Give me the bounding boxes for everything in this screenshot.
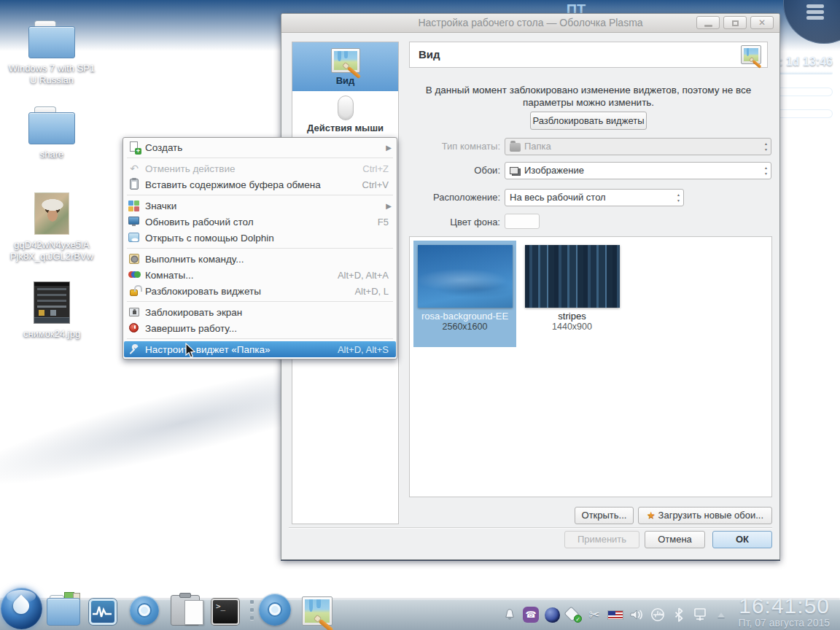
- close-button[interactable]: ✕: [750, 16, 774, 29]
- desktop-context-menu: + Создать▶ ↶ Отменить действиеCtrl+Z Вст…: [122, 137, 397, 359]
- spinner-arrows-icon: ▲▼: [764, 141, 768, 152]
- wallpaper-resolution: 2560x1600: [413, 322, 516, 332]
- chromium-task-icon[interactable]: [259, 594, 291, 626]
- usb-device-icon[interactable]: [650, 607, 666, 623]
- file-manager-launcher-icon[interactable]: [47, 598, 80, 626]
- wallpaper-list: rosa-background-EE 2560x1600 stripes 144…: [409, 236, 772, 497]
- desktop-background[interactable]: ПТ ne: 1d 13:46 Windows 7 with SP1 U Rus…: [0, 0, 840, 630]
- submenu-arrow-icon: ▶: [386, 144, 392, 152]
- clock-time: 16:41:50: [739, 596, 830, 616]
- get-new-wallpapers-button[interactable]: ★Загрузить новые обои...: [638, 507, 772, 524]
- open-button[interactable]: Открыть...: [575, 507, 634, 524]
- sidebar-item-view[interactable]: Вид: [292, 42, 398, 91]
- undo-icon: ↶: [128, 163, 140, 174]
- taskbar-panel: >_ ☎ ✓ ✂: [0, 599, 840, 630]
- wallpaper-type-combobox[interactable]: Изображение ▲▼: [505, 162, 771, 179]
- klipper-scissors-icon[interactable]: ✂: [586, 607, 602, 623]
- tray-expand-arrow-icon[interactable]: [713, 607, 729, 623]
- bg-color-swatch-button[interactable]: [505, 214, 540, 229]
- desktop-icon-label: share: [6, 149, 98, 160]
- unlock-icon: [128, 285, 140, 297]
- wallpaper-preview-rosa: [418, 245, 513, 308]
- menu-item-unlock-widgets[interactable]: Разблокировать виджетыAlt+D, L: [124, 283, 396, 299]
- submenu-arrow-icon: ▶: [386, 202, 392, 210]
- unlock-widgets-button[interactable]: Разблокировать виджеты: [530, 112, 647, 130]
- menu-item-configure-folder-widget[interactable]: Настроить виджет «Папка»Alt+D, Alt+S: [124, 341, 396, 357]
- sidebar-item-mouse-actions[interactable]: Действия мыши: [292, 91, 398, 139]
- menu-item-open-with-dolphin[interactable]: Открыть с помощью Dolphin: [124, 230, 396, 246]
- desktop-icon-label: Windows 7 with SP1 U Russian: [6, 63, 98, 86]
- menu-separator: [124, 155, 396, 160]
- wallpaper-type-label: Обои:: [405, 165, 500, 176]
- menu-item-refresh-desktop[interactable]: Обновить рабочий столF5: [124, 214, 396, 230]
- positioning-combobox[interactable]: На весь рабочий стол ▲▼: [505, 189, 684, 206]
- widgets-locked-notice: В данный момент заблокировано изменение …: [409, 84, 768, 109]
- room-type-label: Тип комнаты:: [405, 141, 500, 152]
- display-network-icon[interactable]: [692, 607, 708, 623]
- rosa-launcher-icon[interactable]: [1, 588, 42, 629]
- wallpaper-name: rosa-background-EE: [413, 311, 516, 322]
- viber-icon[interactable]: ☎: [523, 607, 539, 623]
- menu-separator: [124, 192, 396, 198]
- notifications-bell-icon[interactable]: [502, 607, 518, 623]
- chromium-launcher-icon[interactable]: [130, 596, 159, 625]
- apply-button: Применить: [564, 531, 639, 548]
- sidebar-item-label: Вид: [294, 75, 397, 86]
- icons-grid-icon: [128, 200, 140, 211]
- menu-separator: [124, 336, 396, 341]
- prompt-glyph: >_: [216, 602, 225, 611]
- button-row-separator: [289, 527, 772, 528]
- menu-item-leave[interactable]: Завершить работу...: [124, 320, 396, 336]
- menu-item-paste[interactable]: Вставить содержимое буфера обменаCtrl+V: [124, 176, 396, 192]
- desktop-icon-photo[interactable]: gqD42wN4yxe5lA Pjk8X_qtJGL2rBVw: [6, 192, 98, 262]
- maximize-button[interactable]: [723, 16, 747, 29]
- positioning-label: Расположение:: [405, 192, 500, 203]
- sidebar-item-label: Действия мыши: [294, 122, 397, 133]
- menu-item-run-command[interactable]: Выполнить команду...: [124, 251, 396, 267]
- spinner-arrows-icon: ▲▼: [764, 165, 768, 176]
- screenshot-thumbnail-icon: [34, 281, 70, 324]
- maximize-icon: [732, 20, 739, 26]
- ok-button[interactable]: ОК: [712, 531, 772, 548]
- wallpaper-preview-stripes: [525, 245, 620, 308]
- cancel-button[interactable]: Отмена: [645, 531, 705, 548]
- minimize-button[interactable]: [696, 16, 720, 29]
- appearance-icon: [331, 48, 360, 73]
- task-separator-dots: [250, 600, 254, 624]
- menu-item-create[interactable]: + Создать▶: [124, 139, 396, 155]
- menu-item-activities[interactable]: Комнаты...Alt+D, Alt+A: [124, 267, 396, 283]
- system-monitor-launcher-icon[interactable]: [89, 599, 117, 625]
- wallpaper-item-stripes[interactable]: stripes 1440x900: [521, 241, 623, 347]
- menu-item-lock-screen[interactable]: Заблокировать экран: [124, 304, 396, 320]
- digital-clock[interactable]: 16:41:50 Пт, 07 августа 2015: [739, 596, 830, 629]
- run-command-icon: [128, 253, 140, 265]
- desktop-icon-screenshot[interactable]: снимок24.jpg: [6, 281, 98, 340]
- dialog-titlebar[interactable]: Настройка рабочего стола — Оболочка Plas…: [281, 14, 779, 33]
- image-stack-icon: [510, 167, 521, 176]
- desktop-settings-task-icon[interactable]: [302, 596, 332, 626]
- shutdown-icon: [128, 322, 140, 334]
- wallpaper-resolution: 1440x900: [521, 322, 623, 332]
- page-header-title: Вид: [419, 48, 440, 61]
- volume-icon[interactable]: [629, 607, 645, 623]
- appearance-icon: [741, 45, 761, 64]
- updates-icon[interactable]: ✓: [565, 607, 581, 623]
- paste-icon: [128, 179, 140, 190]
- terminal-launcher-icon[interactable]: >_: [211, 599, 239, 625]
- wallpaper-item-rosa[interactable]: rosa-background-EE 2560x1600: [413, 241, 516, 347]
- desktop-icon-windows7-folder[interactable]: Windows 7 with SP1 U Russian: [6, 20, 98, 86]
- keyboard-layout-us-flag-icon[interactable]: [607, 607, 623, 623]
- lock-screen-icon: [128, 306, 140, 318]
- desktop-icon-label: снимок24.jpg: [6, 328, 98, 340]
- folder-icon: [510, 143, 521, 152]
- wrench-icon: [128, 343, 140, 355]
- page-header: Вид: [409, 42, 768, 68]
- network-globe-icon[interactable]: [544, 607, 560, 623]
- bluetooth-icon[interactable]: [671, 607, 687, 623]
- wallpaper-name: stripes: [521, 311, 623, 322]
- folder-icon: [28, 106, 75, 144]
- clipboard-launcher-icon[interactable]: [171, 595, 200, 626]
- menu-separator: [124, 299, 396, 304]
- desktop-icon-share-folder[interactable]: share: [6, 106, 98, 160]
- menu-item-icons[interactable]: Значки▶: [124, 198, 396, 214]
